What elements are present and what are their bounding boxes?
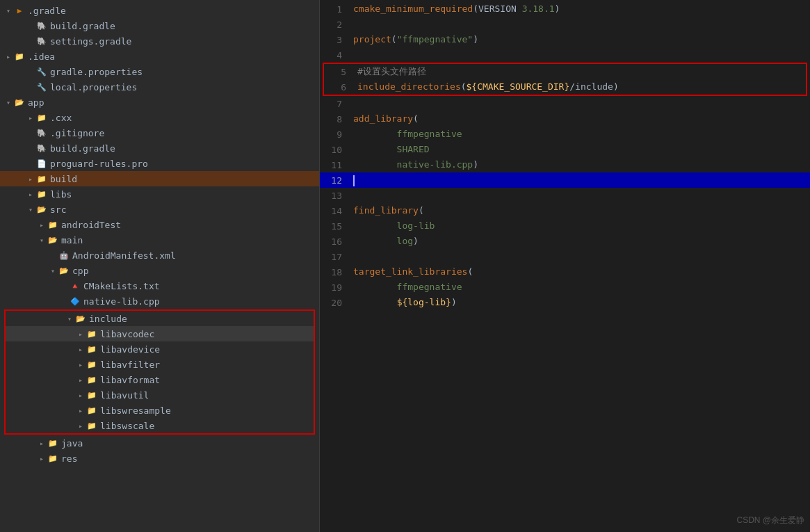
label-build-gradle-app: build.gradle (50, 143, 115, 154)
folder-icon-cxx: 📁 (36, 112, 47, 123)
file-icon-proguard: 📄 (36, 158, 47, 169)
tree-item-gradle-props[interactable]: 🔧 gradle.properties (0, 64, 319, 79)
code-line-3: 3 project("ffmpegnative") (320, 32, 810, 47)
line-content-18: target_link_libraries( (350, 264, 810, 280)
tree-item-build[interactable]: 📁 build (0, 171, 319, 186)
label-idea: .idea (28, 51, 55, 62)
tree-item-include[interactable]: 📂 include (6, 311, 314, 326)
code-line-10: 10 SHARED (320, 142, 810, 157)
code-line-8: 8 add_library( (320, 111, 810, 127)
code-line-16: 16 log) (320, 234, 810, 249)
label-libavutil: libavutil (100, 390, 149, 401)
tree-item-libavcodec[interactable]: 📁 libavcodec (6, 326, 314, 341)
folder-icon-libavdevice: 📁 (86, 344, 97, 355)
tree-item-settings-gradle[interactable]: 🐘 settings.gradle (0, 33, 319, 49)
line-num-16: 16 (320, 236, 350, 247)
tree-item-libavdevice[interactable]: 📁 libavdevice (6, 341, 314, 357)
tree-item-src[interactable]: 📂 src (0, 202, 319, 217)
tree-item-gitignore[interactable]: 🐘 .gitignore (0, 125, 319, 140)
tree-item-idea[interactable]: 📁 .idea (0, 49, 319, 64)
code-line-4: 4 (320, 47, 810, 63)
file-tree[interactable]: ▶ .gradle 🐘 build.gradle 🐘 settings.grad… (0, 0, 320, 532)
line-num-14: 14 (320, 206, 350, 216)
line-content-1: cmake_minimum_required(VERSION 3.18.1) (350, 1, 810, 17)
tree-item-androidtest[interactable]: 📁 androidTest (0, 217, 319, 232)
no-chevron (25, 158, 36, 169)
folder-icon-androidtest: 📁 (47, 219, 58, 230)
file-icon-build-gradle-app: 🐘 (36, 143, 47, 154)
tree-item-libs[interactable]: 📁 libs (0, 186, 319, 202)
folder-icon-build: 📁 (36, 173, 47, 184)
chevron-libswscale (75, 420, 86, 431)
file-icon-cmakelists: 🔺 (70, 280, 81, 291)
no-chevron (58, 296, 70, 307)
tree-item-gradle[interactable]: ▶ .gradle (0, 3, 319, 18)
tree-item-libavfilter[interactable]: 📁 libavfilter (6, 357, 314, 372)
chevron-gradle (3, 5, 14, 16)
no-chevron (58, 280, 70, 291)
label-cpp: cpp (72, 266, 88, 276)
line-num-18: 18 (320, 267, 350, 277)
line-content-19: ffmpegnative (350, 280, 810, 295)
chevron-libswresample (75, 405, 86, 416)
tree-item-cxx[interactable]: 📁 .cxx (0, 110, 319, 125)
file-icon-gradle-props: 🔧 (36, 66, 47, 77)
chevron-include (64, 313, 75, 324)
folder-icon-libs: 📁 (36, 188, 47, 200)
chevron-libavformat (75, 374, 86, 385)
tree-item-build-gradle-app[interactable]: 🐘 build.gradle (0, 140, 319, 156)
folder-icon-idea: 📁 (14, 51, 25, 62)
tree-item-local-props[interactable]: 🔧 local.properties (0, 79, 319, 95)
file-icon-gradle: 🐘 (36, 20, 47, 31)
line-content-3: project("ffmpegnative") (350, 32, 810, 47)
tree-item-libswscale[interactable]: 📁 libswscale (6, 418, 314, 433)
label-libswscale: libswscale (100, 421, 154, 431)
line-num-1: 1 (320, 4, 350, 15)
tree-item-res[interactable]: 📁 res (0, 451, 319, 466)
chevron-libavdevice (75, 344, 86, 355)
no-chevron (25, 20, 36, 31)
tree-item-libavutil[interactable]: 📁 libavutil (6, 387, 314, 403)
tree-item-nativelib[interactable]: 🔷 native-lib.cpp (0, 293, 319, 309)
label-libs: libs (50, 189, 72, 200)
folder-icon-libavcodec: 📁 (86, 328, 97, 339)
chevron-src (25, 204, 36, 215)
label-build: build (50, 174, 77, 184)
tree-item-proguard[interactable]: 📄 proguard-rules.pro (0, 156, 319, 171)
folder-icon-libavfilter: 📁 (86, 359, 97, 370)
label-androidtest: androidTest (61, 220, 121, 230)
line-num-15: 15 (320, 221, 350, 232)
tree-item-cpp[interactable]: 📂 cpp (0, 263, 319, 278)
code-line-13: 13 (320, 188, 810, 203)
code-line-14: 14 find_library( (320, 203, 810, 218)
no-chevron (47, 250, 58, 261)
code-editor[interactable]: 1 cmake_minimum_required(VERSION 3.18.1)… (320, 0, 810, 532)
chevron-build (25, 173, 36, 184)
include-box: 📂 include 📁 libavcodec 📁 libavdevice 📁 l… (4, 309, 315, 435)
no-chevron (25, 143, 36, 154)
no-chevron (25, 35, 36, 47)
tree-item-cmakelists[interactable]: 🔺 CMakeLists.txt (0, 278, 319, 293)
no-chevron (25, 81, 36, 92)
line-num-6: 6 (324, 82, 355, 92)
no-chevron (25, 127, 36, 138)
tree-item-libavformat[interactable]: 📁 libavformat (6, 372, 314, 387)
code-lines: 1 cmake_minimum_required(VERSION 3.18.1)… (320, 0, 810, 310)
code-line-17: 17 (320, 249, 810, 264)
tree-item-main[interactable]: 📂 main (0, 232, 319, 248)
line-content-2 (350, 17, 810, 32)
label-libavdevice: libavdevice (100, 344, 160, 355)
label-gradle: .gradle (28, 6, 66, 16)
folder-icon-src: 📂 (36, 204, 47, 215)
tree-item-java[interactable]: 📁 java (0, 435, 319, 451)
tree-item-app[interactable]: 📂 app (0, 95, 319, 110)
line-content-10: SHARED (350, 142, 810, 157)
line-content-13 (350, 188, 810, 203)
label-gradle-props: gradle.properties (50, 67, 143, 77)
chevron-androidtest (36, 219, 47, 230)
tree-item-build-gradle-root[interactable]: 🐘 build.gradle (0, 18, 319, 33)
tree-item-androidmanifest[interactable]: 🤖 AndroidManifest.xml (0, 248, 319, 263)
line-num-10: 10 (320, 145, 350, 155)
tree-item-libswresample[interactable]: 📁 libswresample (6, 403, 314, 418)
line-content-15: log-lib (350, 218, 810, 234)
